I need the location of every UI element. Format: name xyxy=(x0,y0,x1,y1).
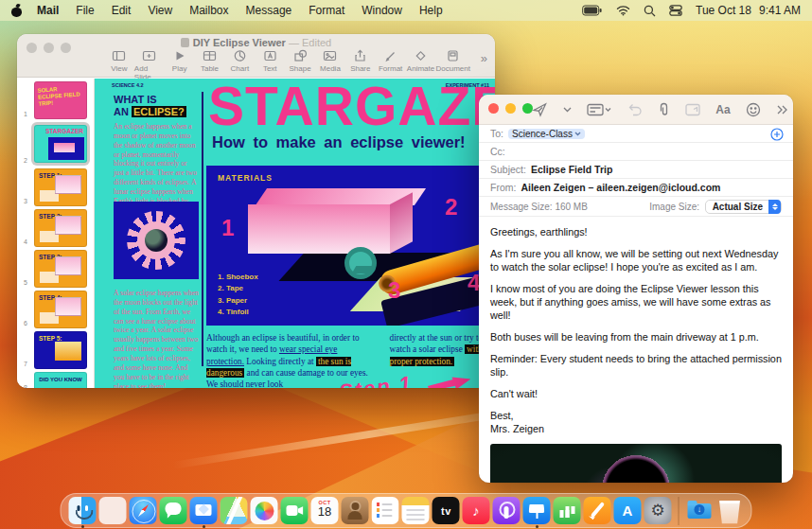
slide-thumb-3[interactable]: 3 STEP 1: xyxy=(17,168,94,206)
dock-trash[interactable] xyxy=(716,497,744,524)
dock-calendar[interactable]: OCT18 xyxy=(311,497,339,524)
menu-mailbox[interactable]: Mailbox xyxy=(189,4,228,17)
dock-photos[interactable] xyxy=(251,497,278,524)
dock-numbers[interactable] xyxy=(554,497,581,524)
window-controls[interactable] xyxy=(488,103,533,114)
slide-canvas[interactable]: SCIENCE 4.2 EXPERIMENT #11 WHAT IS AN EC… xyxy=(95,79,495,388)
finder-icon xyxy=(69,497,97,524)
keynote-toolbar-overflow[interactable]: » xyxy=(481,51,487,65)
dock-appstore[interactable] xyxy=(614,497,642,524)
slide-thumb-5[interactable]: 5 STEP 3: xyxy=(17,250,94,288)
slide-thumb-4[interactable]: 4 STEP 2: xyxy=(17,209,94,247)
keynote-document-button[interactable]: Document xyxy=(435,49,469,81)
material-number-3: 3 xyxy=(388,277,400,304)
subject-field[interactable]: Subject: Eclipse Field Trip xyxy=(479,161,793,179)
slide-thumb-7[interactable]: 7 STEP 5: xyxy=(17,331,94,369)
apple-tv-icon: tv xyxy=(432,497,460,524)
mail-toolbar[interactable]: Aa xyxy=(479,95,793,125)
battery-icon[interactable] xyxy=(582,5,603,16)
keynote-text-button[interactable]: Text xyxy=(255,49,285,81)
keynote-titlebar[interactable]: DIY Eclipse Viewer — Edited View Add Sli… xyxy=(17,34,495,78)
keynote-format-button[interactable]: Format xyxy=(376,49,406,81)
keynote-share-button[interactable]: Share xyxy=(345,49,376,81)
numbers-icon xyxy=(554,497,581,524)
dock-launchpad[interactable] xyxy=(99,497,127,524)
cc-field[interactable]: Cc: xyxy=(479,143,793,161)
dock-settings[interactable] xyxy=(644,497,672,524)
image-size-select[interactable]: Actual Size xyxy=(705,200,782,214)
keynote-view-button[interactable]: View xyxy=(104,49,134,81)
slide-thumb-8[interactable]: 8 DID YOU KNOW xyxy=(17,372,94,388)
keynote-chart-button[interactable]: Chart xyxy=(224,49,255,81)
keynote-add-slide-button[interactable]: Add Slide xyxy=(134,49,165,81)
recipient-token[interactable]: Science-Class xyxy=(508,129,585,139)
toolbar-overflow-icon[interactable] xyxy=(776,105,787,115)
emoji-icon[interactable] xyxy=(746,102,761,117)
menu-file[interactable]: File xyxy=(76,4,94,17)
header-fields-icon[interactable] xyxy=(587,103,611,116)
keynote-table-button[interactable]: Table xyxy=(195,49,225,81)
keynote-play-button[interactable]: Play xyxy=(165,49,195,81)
send-icon[interactable] xyxy=(532,102,548,117)
dock-notes[interactable] xyxy=(402,497,430,524)
undo-icon[interactable] xyxy=(627,103,643,116)
photos-icon xyxy=(251,497,278,524)
dock-facetime[interactable] xyxy=(281,497,309,524)
menu-format[interactable]: Format xyxy=(309,4,344,17)
apple-menu-icon[interactable] xyxy=(11,5,22,17)
menu-window[interactable]: Window xyxy=(362,4,402,17)
slide-thumb-1[interactable]: 1 SOLAR ECLIPSE FIELD TRIP! xyxy=(17,81,94,119)
menu-edit[interactable]: Edit xyxy=(112,4,132,17)
menu-app-name[interactable]: Mail xyxy=(37,4,59,17)
trash-icon xyxy=(716,497,744,524)
column-divider xyxy=(202,92,203,366)
keynote-media-button[interactable]: Media xyxy=(315,49,345,81)
insert-photo-icon[interactable] xyxy=(685,103,700,116)
menu-clock[interactable]: Tue Oct 189:41 AM xyxy=(696,4,801,17)
attach-icon[interactable] xyxy=(658,102,670,117)
subject-value: Eclipse Field Trip xyxy=(531,164,612,175)
to-field[interactable]: To: Science-Class xyxy=(479,125,793,143)
tape-illustration xyxy=(344,247,373,272)
spotlight-icon[interactable] xyxy=(644,5,656,17)
eclipse-photo-attachment[interactable] xyxy=(490,444,782,483)
dock-reminders[interactable] xyxy=(372,497,399,524)
keynote-animate-button[interactable]: Animate xyxy=(406,49,436,81)
app-store-icon xyxy=(614,497,642,524)
message-size-bar: Message Size: 160 MB Image Size: Actual … xyxy=(479,197,793,217)
slide-thumb-6[interactable]: 6 STEP 4: xyxy=(17,291,94,328)
slide-thumb-2-selected[interactable]: 2 STARGAZER xyxy=(17,122,94,166)
dock-safari[interactable] xyxy=(130,497,157,524)
wifi-icon[interactable] xyxy=(616,5,630,16)
format-icon[interactable]: Aa xyxy=(715,103,730,116)
dock-keynote[interactable] xyxy=(523,497,551,524)
dock-podcasts[interactable] xyxy=(493,497,521,524)
from-field[interactable]: From: Aileen Zeigen – aileen.zeigen@iclo… xyxy=(479,179,793,197)
facetime-icon xyxy=(281,497,309,524)
control-center-icon[interactable] xyxy=(669,5,682,16)
dock-messages[interactable] xyxy=(160,497,187,524)
menu-message[interactable]: Message xyxy=(246,4,292,17)
dock-finder[interactable] xyxy=(69,497,97,524)
dock: OCT18 tv ♪ xyxy=(61,493,752,528)
dock-mail[interactable] xyxy=(190,497,218,524)
menu-view[interactable]: View xyxy=(148,4,172,17)
keynote-shape-button[interactable]: Shape xyxy=(285,49,315,81)
slide-paragraph-2: A solar eclipse happens when the moon bl… xyxy=(114,289,199,388)
menu-help[interactable]: Help xyxy=(419,4,443,17)
message-body[interactable]: Greetings, earthlings! As I'm sure you a… xyxy=(479,217,793,435)
dock-downloads[interactable] xyxy=(686,497,714,524)
dock-pages[interactable] xyxy=(584,497,611,524)
podcasts-icon xyxy=(493,497,521,524)
materials-box: MATERIALS 1 2 3 4 1. Shoebox 2. Tape xyxy=(206,166,495,326)
dock-maps[interactable] xyxy=(221,497,248,524)
dock-contacts[interactable] xyxy=(342,497,369,524)
send-options-chevron-icon[interactable] xyxy=(563,107,572,113)
materials-list: 1. Shoebox 2. Tape 3. Paper 4. Tinfoil xyxy=(218,272,258,319)
slide-navigator: 1 SOLAR ECLIPSE FIELD TRIP! 2 STARGAZER … xyxy=(17,79,95,388)
message-size-value: 160 MB xyxy=(555,202,587,212)
dock-music[interactable]: ♪ xyxy=(463,497,490,524)
reminders-icon xyxy=(372,497,399,524)
dock-tv[interactable]: tv xyxy=(432,497,460,524)
add-recipient-icon[interactable] xyxy=(770,128,784,143)
